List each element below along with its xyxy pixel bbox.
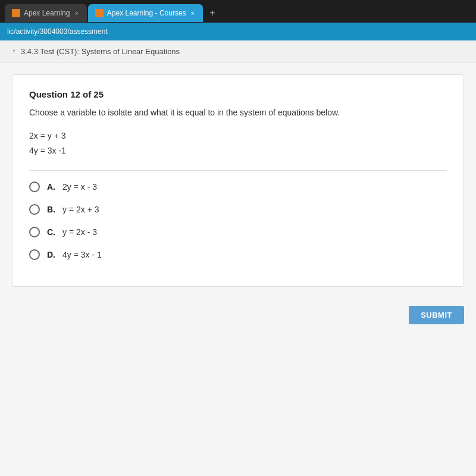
radio-b[interactable] [29, 204, 40, 215]
divider [29, 170, 447, 171]
answer-option-b[interactable]: B. y = 2x + 3 [29, 204, 447, 215]
answer-option-d[interactable]: D. 4y = 3x - 1 [29, 249, 447, 260]
browser-chrome: Apex Learning × Apex Learning - Courses … [0, 0, 476, 40]
option-expression-a: 2y = x - 3 [62, 182, 97, 192]
tab-apex-learning[interactable]: Apex Learning × [5, 4, 87, 22]
add-tab-button[interactable]: + [204, 5, 221, 21]
equation-1: 2x = y + 3 [29, 129, 447, 143]
breadcrumb-text: 3.4.3 Test (CST): Systems of Linear Equa… [21, 47, 180, 56]
option-letter-d: D. [47, 250, 55, 259]
tab-close-2[interactable]: × [190, 10, 196, 17]
tab-close-1[interactable]: × [73, 10, 79, 17]
add-tab-icon: + [209, 8, 215, 18]
answer-option-a[interactable]: A. 2y = x - 3 [29, 181, 447, 192]
option-letter-a: A. [47, 182, 55, 192]
submit-bar: SUBMIT [0, 299, 476, 331]
answer-option-c[interactable]: C. y = 2x - 3 [29, 227, 447, 237]
radio-c[interactable] [29, 227, 40, 237]
radio-a[interactable] [29, 181, 40, 192]
question-text: Choose a variable to isolate and what it… [29, 107, 447, 119]
address-bar[interactable]: lic/activity/3004003/assessment [0, 23, 476, 40]
breadcrumb-icon: ↑ [12, 46, 16, 56]
breadcrumb: ↑ 3.4.3 Test (CST): Systems of Linear Eq… [0, 40, 476, 62]
tab-favicon-1 [12, 9, 20, 17]
question-header: Question 12 of 25 [29, 89, 447, 99]
option-letter-c: C. [47, 227, 55, 237]
tab-label-2: Apex Learning - Courses [107, 9, 186, 17]
tab-bar: Apex Learning × Apex Learning - Courses … [0, 0, 476, 23]
radio-d[interactable] [29, 249, 40, 260]
url-text: lic/activity/3004003/assessment [7, 27, 108, 36]
option-expression-b: y = 2x + 3 [62, 205, 99, 214]
option-expression-d: 4y = 3x - 1 [62, 250, 102, 259]
equations: 2x = y + 3 4y = 3x -1 [29, 129, 447, 158]
equation-2: 4y = 3x -1 [29, 143, 447, 158]
tab-label-1: Apex Learning [24, 9, 70, 17]
option-expression-c: y = 2x - 3 [62, 227, 97, 237]
submit-button[interactable]: SUBMIT [409, 306, 464, 324]
tab-apex-learning-courses[interactable]: Apex Learning - Courses × [88, 4, 203, 22]
quiz-container: Question 12 of 25 Choose a variable to i… [12, 74, 464, 287]
option-letter-b: B. [47, 205, 55, 214]
page-content: ↑ 3.4.3 Test (CST): Systems of Linear Eq… [0, 40, 476, 476]
tab-favicon-2 [95, 9, 104, 17]
